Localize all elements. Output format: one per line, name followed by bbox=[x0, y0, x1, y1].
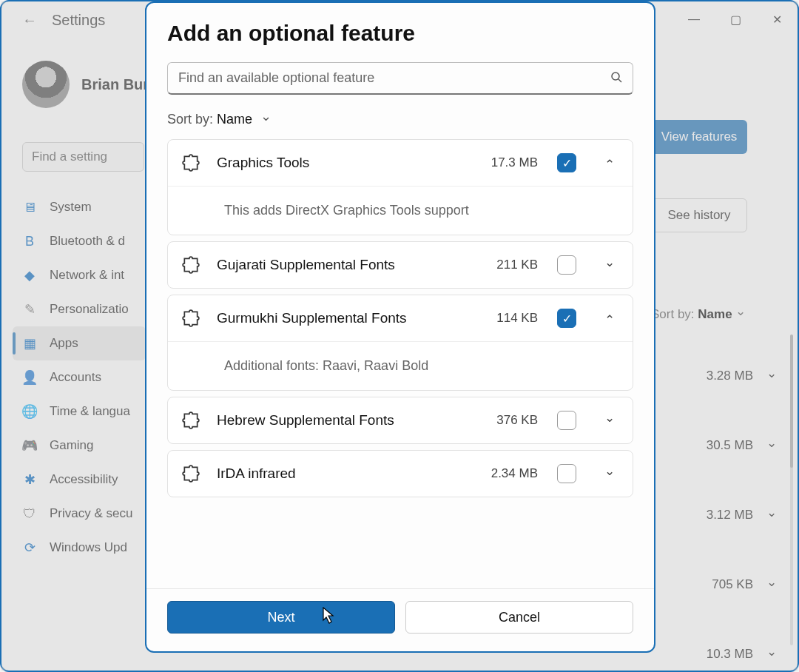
sidebar-icon: 🎮 bbox=[21, 437, 38, 454]
sidebar-item-label: Network & int bbox=[50, 268, 124, 283]
feature-size: 211 KB bbox=[496, 258, 538, 272]
feature-row[interactable]: Graphics Tools 17.3 MB ✓ bbox=[168, 140, 633, 186]
feature-description: Additional fonts: Raavi, Raavi Bold bbox=[168, 341, 633, 390]
sidebar-item[interactable]: ◆Network & int bbox=[13, 258, 146, 292]
chevron-down-icon bbox=[766, 647, 777, 662]
sidebar-item-label: Personalizatio bbox=[50, 302, 129, 317]
feature-size: 3.12 MB bbox=[707, 508, 753, 523]
user-name: Brian Bur bbox=[81, 76, 149, 93]
feature-name: IrDA infrared bbox=[217, 466, 475, 482]
feature-card: Graphics Tools 17.3 MB ✓ This adds Direc… bbox=[167, 139, 633, 235]
feature-checkbox[interactable]: ✓ bbox=[557, 153, 576, 172]
search-input[interactable]: Find an available optional feature bbox=[167, 62, 633, 95]
see-history-button[interactable]: See history bbox=[651, 198, 747, 232]
sidebar-item[interactable]: BBluetooth & d bbox=[13, 224, 146, 258]
back-button[interactable]: ← bbox=[22, 12, 37, 29]
feature-row[interactable]: Gujarati Supplemental Fonts 211 KB bbox=[168, 242, 633, 288]
sidebar-item[interactable]: 🖥System bbox=[13, 190, 146, 224]
sidebar-item-label: Windows Upd bbox=[50, 540, 127, 555]
minimize-button[interactable]: — bbox=[673, 1, 715, 37]
sidebar-icon: B bbox=[21, 233, 38, 249]
feature-row[interactable]: IrDA infrared 2.34 MB bbox=[168, 451, 633, 497]
puzzle-icon bbox=[181, 309, 200, 328]
sidebar-icon: ✎ bbox=[21, 301, 38, 317]
feature-name: Gujarati Supplemental Fonts bbox=[217, 257, 480, 273]
view-features-button[interactable]: View features bbox=[651, 120, 747, 154]
scrollbar[interactable] bbox=[790, 335, 793, 645]
sidebar-icon: 🛡 bbox=[21, 505, 38, 522]
feature-card: Hebrew Supplemental Fonts 376 KB bbox=[167, 397, 633, 444]
feature-checkbox[interactable]: ✓ bbox=[557, 309, 576, 328]
chevron-down-icon[interactable] bbox=[600, 413, 619, 429]
feature-name: Hebrew Supplemental Fonts bbox=[217, 412, 480, 429]
sidebar-item-label: Accounts bbox=[50, 370, 101, 385]
sidebar-item[interactable]: 👤Accounts bbox=[13, 360, 146, 394]
installed-feature-row[interactable]: 705 KB bbox=[651, 568, 777, 602]
sidebar-item[interactable]: 🌐Time & langua bbox=[13, 394, 146, 429]
sidebar-item[interactable]: ✎Personalizatio bbox=[13, 292, 146, 326]
dialog-title: Add an optional feature bbox=[167, 21, 633, 46]
close-button[interactable]: ✕ bbox=[756, 1, 798, 37]
sidebar-icon: ✱ bbox=[21, 471, 38, 488]
feature-size: 3.28 MB bbox=[707, 369, 753, 383]
feature-row[interactable]: Gurmukhi Supplemental Fonts 114 KB ✓ bbox=[168, 295, 633, 341]
sidebar-icon: ⟳ bbox=[21, 540, 38, 556]
feature-size: 10.3 MB bbox=[707, 647, 753, 662]
feature-checkbox[interactable] bbox=[557, 411, 576, 430]
window-controls: — ▢ ✕ bbox=[673, 1, 798, 37]
puzzle-icon bbox=[181, 153, 200, 172]
installed-feature-row[interactable]: 3.28 MB bbox=[651, 359, 777, 393]
sidebar-item[interactable]: 🛡Privacy & secu bbox=[13, 497, 146, 531]
find-setting-placeholder: Find a setting bbox=[32, 149, 107, 164]
feature-row[interactable]: Hebrew Supplemental Fonts 376 KB bbox=[168, 397, 633, 443]
sidebar-item-label: Gaming bbox=[50, 438, 94, 453]
cancel-button[interactable]: Cancel bbox=[405, 601, 633, 634]
sidebar-item[interactable]: ▦Apps bbox=[13, 326, 146, 360]
feature-description: This adds DirectX Graphics Tools support bbox=[168, 186, 633, 235]
feature-checkbox[interactable] bbox=[557, 255, 576, 275]
sidebar-item[interactable]: ⟳Windows Upd bbox=[13, 531, 146, 565]
feature-size: 114 KB bbox=[496, 311, 538, 326]
feature-name: Graphics Tools bbox=[217, 155, 475, 171]
installed-feature-row[interactable]: 10.3 MB bbox=[651, 637, 777, 671]
installed-feature-row[interactable]: 30.5 MB bbox=[651, 429, 777, 463]
sidebar-item-label: Apps bbox=[50, 336, 78, 351]
find-setting-input[interactable]: Find a setting bbox=[22, 142, 144, 172]
search-icon bbox=[610, 71, 622, 86]
sidebar-item[interactable]: 🎮Gaming bbox=[13, 429, 146, 463]
sidebar-icon: 👤 bbox=[21, 369, 38, 386]
feature-checkbox[interactable] bbox=[557, 464, 576, 483]
sidebar-item-label: System bbox=[50, 200, 92, 215]
chevron-down-icon[interactable] bbox=[600, 466, 619, 482]
chevron-up-icon[interactable] bbox=[600, 155, 619, 171]
feature-card: Gujarati Supplemental Fonts 211 KB bbox=[167, 241, 633, 289]
content-panel: View features See history Sort by: Name … bbox=[651, 120, 777, 672]
sidebar-icon: 🌐 bbox=[21, 403, 38, 420]
chevron-up-icon[interactable] bbox=[600, 311, 619, 326]
svg-point-0 bbox=[612, 73, 619, 80]
avatar[interactable] bbox=[22, 61, 70, 108]
next-button[interactable]: Next bbox=[167, 601, 395, 634]
feature-name: Gurmukhi Supplemental Fonts bbox=[217, 310, 480, 326]
sort-control[interactable]: Sort by: Name bbox=[167, 111, 633, 127]
chevron-down-icon[interactable] bbox=[600, 258, 619, 273]
chevron-down-icon bbox=[766, 438, 777, 454]
chevron-down-icon bbox=[766, 508, 777, 523]
chevron-down-icon bbox=[260, 112, 272, 127]
sidebar-item-label: Privacy & secu bbox=[50, 506, 132, 521]
sidebar-item-label: Bluetooth & d bbox=[50, 234, 125, 249]
search-placeholder: Find an available optional feature bbox=[178, 70, 374, 86]
feature-size: 705 KB bbox=[712, 577, 753, 592]
sidebar-item-label: Time & langua bbox=[50, 404, 130, 419]
installed-feature-row[interactable]: 3.12 MB bbox=[651, 498, 777, 532]
sidebar-item[interactable]: ✱Accessibility bbox=[13, 463, 146, 497]
sort-control[interactable]: Sort by: Name bbox=[651, 306, 777, 322]
sidebar-item-label: Accessibility bbox=[50, 472, 118, 487]
add-optional-feature-dialog: Add an optional feature Find an availabl… bbox=[145, 1, 655, 653]
feature-size: 2.34 MB bbox=[491, 466, 538, 481]
sidebar-icon: ◆ bbox=[21, 267, 38, 283]
puzzle-icon bbox=[181, 411, 200, 430]
feature-card: IrDA infrared 2.34 MB bbox=[167, 450, 633, 497]
feature-list: Graphics Tools 17.3 MB ✓ This adds Direc… bbox=[167, 139, 633, 588]
maximize-button[interactable]: ▢ bbox=[715, 1, 756, 37]
